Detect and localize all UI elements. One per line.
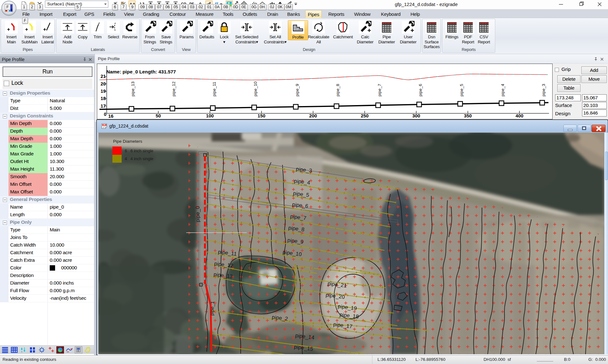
svg-text:pipe_1: pipe_1 (209, 301, 215, 316)
svg-text:17: 17 (100, 104, 105, 109)
svg-text:pipe_5: pipe_5 (459, 84, 464, 97)
svg-text:200: 200 (309, 113, 317, 118)
svg-text:18: 18 (100, 96, 105, 101)
svg-text:50: 50 (156, 113, 161, 118)
svg-text:20: 20 (100, 81, 105, 86)
svg-text:19: 19 (100, 89, 105, 94)
svg-text:pipe_10: pipe_10 (253, 81, 258, 96)
svg-text:pipe_3: pipe_3 (541, 84, 546, 97)
svg-text:pipe_4: pipe_4 (500, 84, 505, 97)
svg-text:pipe_8: pipe_8 (335, 84, 340, 97)
svg-text:100: 100 (206, 113, 214, 118)
svg-text:pipe_12: pipe_12 (171, 81, 176, 96)
svg-text:400: 400 (516, 113, 523, 118)
svg-text:4 4 inch single: 4 4 inch single (125, 156, 153, 161)
svg-text:pipe_7: pipe_7 (377, 84, 382, 97)
svg-text:150: 150 (257, 113, 265, 118)
svg-text:21: 21 (100, 74, 105, 79)
svg-text:pipe_0: pipe_0 (195, 206, 201, 222)
svg-text:300: 300 (412, 113, 420, 118)
svg-text:16: 16 (108, 114, 113, 119)
svg-text:250: 250 (361, 113, 369, 118)
svg-text:pipe_9: pipe_9 (295, 84, 300, 97)
svg-text:350: 350 (464, 113, 472, 118)
svg-text:pipe_13: pipe_13 (130, 81, 135, 96)
svg-text:0: 0 (104, 112, 106, 117)
svg-text:Pipe Diameters: Pipe Diameters (113, 139, 142, 144)
svg-text:6 6 inch single: 6 6 inch single (125, 148, 153, 153)
svg-text:pipe_11: pipe_11 (212, 82, 217, 96)
svg-text:Name: pipe_0 Length: 431.577: Name: pipe_0 Length: 431.577 (106, 69, 176, 74)
svg-text:pipe_6: pipe_6 (418, 84, 423, 97)
